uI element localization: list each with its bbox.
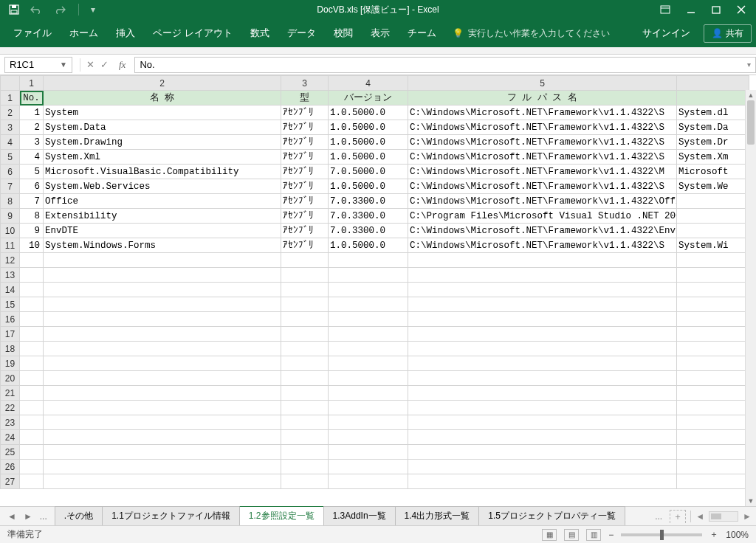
table-header-cell[interactable]: 型 [281, 91, 329, 106]
cell[interactable] [20, 474, 44, 489]
cell[interactable] [677, 371, 749, 386]
cell[interactable] [20, 371, 44, 386]
cell[interactable] [44, 327, 281, 342]
cell[interactable] [281, 445, 329, 460]
cell[interactable] [44, 312, 281, 327]
cancel-formula-icon[interactable]: ✕ [86, 59, 94, 70]
ribbon-tab-5[interactable]: データ [278, 19, 325, 47]
ribbon-tab-0[interactable]: ファイル [4, 19, 61, 47]
cell[interactable]: System.Da [677, 120, 749, 135]
cell[interactable] [329, 268, 408, 283]
cell[interactable]: 1 [20, 106, 44, 120]
share-button[interactable]: 👤 共有 [704, 24, 752, 43]
row-header[interactable]: 9 [1, 209, 20, 224]
cell[interactable] [44, 297, 281, 312]
sheet-tab[interactable]: 1.4出力形式一覧 [395, 506, 480, 525]
cell[interactable]: 7.0.3300.0 [329, 224, 408, 238]
undo-icon[interactable] [30, 5, 43, 14]
zoom-out-button[interactable]: − [608, 530, 614, 540]
cell[interactable] [44, 356, 281, 371]
cell[interactable] [408, 415, 677, 430]
vertical-scrollbar[interactable]: ▲ ▼ [745, 90, 756, 506]
cell[interactable] [20, 415, 44, 430]
cell[interactable] [44, 430, 281, 445]
cell[interactable] [44, 268, 281, 283]
cell[interactable] [44, 445, 281, 460]
cell[interactable] [329, 386, 408, 401]
cell[interactable] [329, 342, 408, 356]
worksheet-grid[interactable]: 12345 1No.名 称型バージョンフ ル パ ス 名21Systemｱｾﾝﾌ… [0, 75, 756, 506]
sheet-tab[interactable]: 1.2参照設定一覧 [239, 505, 324, 525]
cell[interactable] [677, 445, 749, 460]
scroll-down-icon[interactable]: ▼ [746, 496, 756, 506]
cell[interactable] [20, 312, 44, 327]
row-header[interactable]: 19 [1, 356, 20, 371]
cell[interactable] [281, 268, 329, 283]
cell[interactable] [677, 268, 749, 283]
cell[interactable] [677, 415, 749, 430]
cell[interactable]: ｱｾﾝﾌﾞﾘ [281, 120, 329, 135]
cell[interactable] [20, 297, 44, 312]
chevron-down-icon[interactable]: ▼ [60, 60, 67, 69]
new-sheet-button[interactable]: ＋ [670, 510, 686, 523]
cell[interactable]: C:\Windows\Microsoft.NET\Framework\v1.1.… [408, 106, 677, 120]
cell[interactable]: 7.0.3300.0 [329, 209, 408, 224]
cell[interactable]: System.Drawing [44, 135, 281, 150]
cell[interactable]: System.Windows.Forms [44, 238, 281, 253]
cell[interactable]: ｱｾﾝﾌﾞﾘ [281, 135, 329, 150]
cell[interactable] [408, 386, 677, 401]
cell[interactable] [329, 401, 408, 415]
sheet-tab[interactable]: 1.5プロジェクトプロパティ一覧 [478, 506, 625, 525]
cell[interactable] [329, 283, 408, 297]
cell[interactable] [408, 430, 677, 445]
row-header[interactable]: 20 [1, 371, 20, 386]
cell[interactable] [677, 194, 749, 209]
cell[interactable] [329, 415, 408, 430]
cell[interactable]: System.Wi [677, 238, 749, 253]
cell[interactable] [44, 386, 281, 401]
cell[interactable]: 7 [20, 194, 44, 209]
table-header-cell[interactable]: No. [20, 91, 44, 106]
col-header-1[interactable]: 1 [20, 76, 44, 91]
view-normal-button[interactable]: ▦ [542, 529, 557, 541]
cell[interactable] [20, 327, 44, 342]
cell[interactable] [44, 371, 281, 386]
row-header[interactable]: 17 [1, 327, 20, 342]
cell[interactable] [281, 474, 329, 489]
cell[interactable]: 6 [20, 179, 44, 194]
cell[interactable]: System.dl [677, 106, 749, 120]
sheet-nav-ellipsis[interactable]: ... [40, 511, 47, 522]
cell[interactable]: C:\Windows\Microsoft.NET\Framework\v1.1.… [408, 150, 677, 165]
accept-formula-icon[interactable]: ✓ [100, 59, 109, 70]
cell[interactable] [329, 430, 408, 445]
cell[interactable] [329, 253, 408, 268]
col-header-3[interactable]: 3 [281, 76, 329, 91]
cell[interactable] [20, 386, 44, 401]
scroll-up-icon[interactable]: ▲ [746, 90, 756, 100]
row-header[interactable]: 7 [1, 179, 20, 194]
sheet-tab[interactable]: .その他 [55, 506, 103, 525]
cell[interactable] [44, 401, 281, 415]
cell[interactable] [329, 356, 408, 371]
cell[interactable] [677, 224, 749, 238]
scroll-thumb[interactable] [747, 100, 755, 145]
minimize-icon[interactable] [687, 5, 695, 14]
view-pagebreak-button[interactable]: ▥ [586, 529, 601, 541]
row-header[interactable]: 27 [1, 474, 20, 489]
cell[interactable] [281, 460, 329, 474]
cell[interactable] [677, 253, 749, 268]
cell[interactable] [677, 283, 749, 297]
expand-formula-icon[interactable]: ▾ [743, 60, 751, 69]
cell[interactable] [44, 415, 281, 430]
cell[interactable] [281, 415, 329, 430]
cell[interactable]: Microsoft [677, 165, 749, 179]
cell[interactable] [408, 327, 677, 342]
cell[interactable] [329, 460, 408, 474]
cell[interactable] [281, 283, 329, 297]
cell[interactable] [677, 209, 749, 224]
ribbon-tab-8[interactable]: チーム [399, 19, 445, 47]
hscroll-right-icon[interactable]: ► [743, 511, 752, 522]
cell[interactable] [281, 342, 329, 356]
cell[interactable]: System.Dr [677, 135, 749, 150]
sheet-nav-trailing[interactable]: ... [655, 511, 662, 522]
